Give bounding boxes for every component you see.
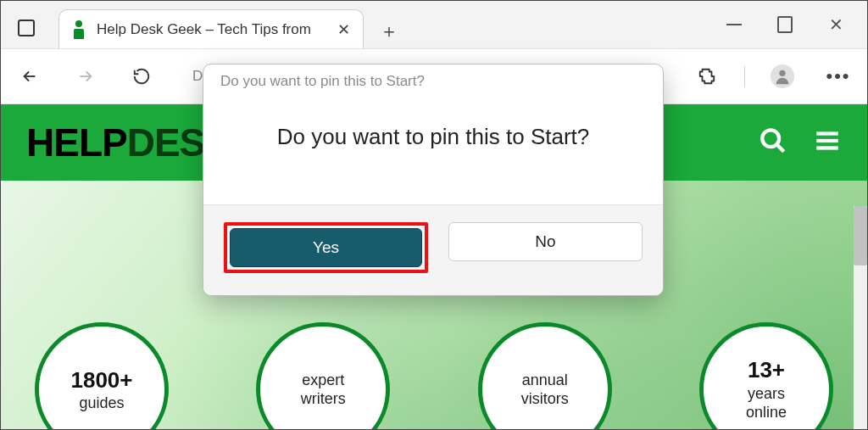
stat-big: 13+ — [748, 356, 785, 384]
forward-button[interactable] — [67, 58, 104, 95]
stat-line: writers — [301, 389, 346, 409]
minimize-button[interactable] — [726, 17, 742, 32]
avatar-icon — [771, 64, 794, 88]
back-button[interactable] — [11, 58, 48, 95]
refresh-button[interactable] — [123, 58, 160, 95]
stat-line: guides — [79, 394, 124, 413]
logo-part-1: HELP — [26, 120, 127, 165]
stat-line: years — [748, 384, 785, 404]
site-logo: HELP DESK — [26, 120, 232, 165]
vertical-scrollbar[interactable] — [854, 206, 867, 430]
active-tab[interactable]: Help Desk Geek – Tech Tips from ✕ — [58, 9, 364, 48]
no-button[interactable]: No — [448, 222, 643, 261]
stat-circle: expert writers — [256, 322, 390, 430]
hamburger-icon[interactable] — [813, 126, 842, 159]
stat-line: annual — [522, 371, 568, 390]
stat-circles: 1800+ guides expert writers annual visit… — [1, 322, 867, 430]
new-tab-button[interactable]: ＋ — [372, 14, 406, 48]
yes-button[interactable]: Yes — [230, 228, 422, 267]
stat-circle: annual visitors — [478, 322, 612, 430]
scrollbar-thumb[interactable] — [854, 206, 867, 265]
more-menu-button[interactable]: ••• — [820, 58, 857, 95]
stat-line: online — [746, 403, 787, 422]
titlebar: Help Desk Geek – Tech Tips from ✕ ＋ ✕ — [1, 1, 867, 48]
site-favicon — [71, 20, 86, 39]
tab-title: Help Desk Geek – Tech Tips from — [97, 21, 322, 38]
window-controls: ✕ — [726, 1, 867, 48]
ellipsis-icon: ••• — [826, 65, 850, 87]
stat-line: visitors — [521, 389, 569, 409]
svg-point-0 — [779, 70, 785, 76]
tabs-overview-button[interactable] — [11, 13, 42, 43]
highlight-box: Yes — [224, 222, 428, 273]
stat-circle: 13+ years online — [699, 322, 833, 430]
dialog-message: Do you want to pin this to Start? — [203, 90, 663, 204]
maximize-button[interactable] — [777, 17, 793, 32]
stat-circle: 1800+ guides — [35, 322, 169, 430]
dialog-footer: Yes No — [203, 204, 663, 295]
profile-button[interactable] — [764, 58, 801, 95]
hero-actions — [759, 126, 842, 159]
search-icon[interactable] — [759, 126, 787, 159]
close-window-button[interactable]: ✕ — [828, 17, 843, 32]
extensions-button[interactable] — [688, 58, 726, 95]
close-tab-icon[interactable]: ✕ — [332, 19, 354, 41]
svg-point-1 — [762, 130, 779, 147]
stat-line: expert — [302, 371, 344, 390]
toolbar-divider — [744, 66, 745, 87]
stat-big: 1800+ — [70, 366, 132, 394]
browser-window: Help Desk Geek – Tech Tips from ✕ ＋ ✕ Do… — [0, 0, 868, 430]
dialog-title: Do you want to pin this to Start? — [203, 64, 663, 90]
pin-to-start-dialog: Do you want to pin this to Start? Do you… — [203, 64, 664, 296]
